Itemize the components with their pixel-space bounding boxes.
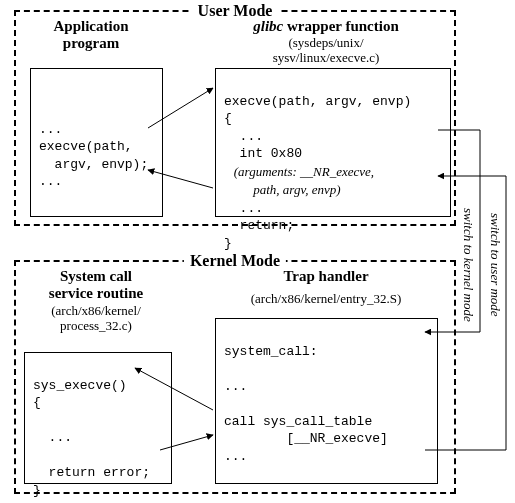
service-code-box: sys_execve() { ... return error; } — [24, 352, 172, 484]
glibc-title-italic: glibc — [253, 18, 283, 34]
diagram-root: User Mode Application program glibc wrap… — [0, 0, 515, 503]
trap-title: Trap handler — [226, 268, 426, 285]
glibc-code-args: (arguments: __NR_execve, path, argv, env… — [224, 164, 374, 198]
user-mode-title: User Mode — [192, 2, 279, 20]
glibc-code-box: execve(path, argv, envp) { ... int 0x80 … — [215, 68, 451, 217]
app-title: Application program — [26, 18, 156, 53]
glibc-code-top: execve(path, argv, envp) { ... int 0x80 — [224, 94, 411, 162]
service-code: sys_execve() { ... return error; } — [33, 378, 150, 498]
label-switch-user: switch to user mode — [487, 185, 503, 345]
label-switch-kernel: switch to kernel mode — [460, 185, 476, 345]
service-title: System call service routine — [26, 268, 166, 303]
trap-subtitle: (arch/x86/kernel/entry_32.S) — [211, 292, 441, 307]
app-code-box: ... execve(path, argv, envp); ... — [30, 68, 163, 217]
glibc-title: glibc wrapper function — [216, 18, 436, 35]
glibc-code-bottom: ... return; } — [224, 201, 294, 251]
service-subtitle: (arch/x86/kernel/ process_32.c) — [26, 304, 166, 334]
kernel-mode-title: Kernel Mode — [184, 252, 286, 270]
trap-code: system_call: ... call sys_call_table [__… — [224, 344, 388, 464]
glibc-subtitle: (sysdeps/unix/ sysv/linux/execve.c) — [216, 36, 436, 66]
app-code: ... execve(path, argv, envp); ... — [39, 121, 154, 191]
glibc-title-rest: wrapper function — [283, 18, 399, 34]
trap-code-box: system_call: ... call sys_call_table [__… — [215, 318, 438, 484]
